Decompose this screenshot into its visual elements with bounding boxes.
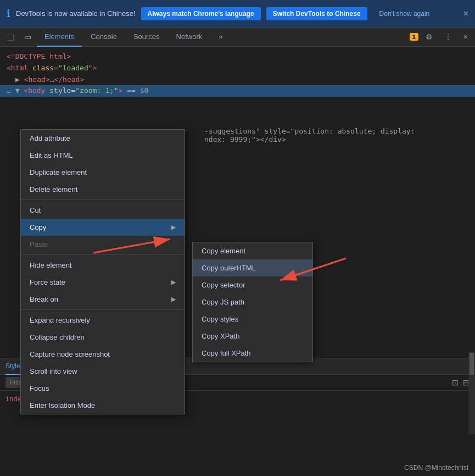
dots-icon: … <box>7 86 15 95</box>
more-options-icon[interactable]: ⋮ <box>440 30 456 43</box>
code-line-3: ▶ <head>…</head> <box>7 74 468 86</box>
menu-duplicate-element[interactable]: Duplicate element <box>21 164 185 181</box>
submenu-copy-full-xpath[interactable]: Copy full XPath <box>193 345 312 362</box>
menu-break-on[interactable]: Break on ▶ <box>21 291 185 308</box>
style-val: "zoom: 1;" <box>75 86 118 95</box>
menu-add-attribute[interactable]: Add attribute <box>21 130 185 147</box>
tab-more[interactable]: » <box>211 27 230 47</box>
tab-bar-right: 1 ⚙ ⋮ × <box>410 30 472 43</box>
menu-collapse-children[interactable]: Collapse children <box>21 329 185 346</box>
tab-sources[interactable]: Sources <box>126 27 167 47</box>
dont-show-button[interactable]: Don't show again <box>373 7 437 20</box>
close-devtools-icon[interactable]: × <box>459 30 472 43</box>
tab-elements[interactable]: Elements <box>37 27 82 47</box>
switch-chinese-button[interactable]: Switch DevTools to Chinese <box>266 7 367 20</box>
separator-3 <box>21 309 185 310</box>
copy-submenu: Copy element Copy outerHTML Copy selecto… <box>192 242 313 362</box>
menu-copy[interactable]: Copy ▶ <box>21 219 185 236</box>
body-tag: <body <box>24 86 49 95</box>
class-val: "loaded" <box>58 64 93 72</box>
style-attr: style= <box>49 86 75 95</box>
code-line-4-selected[interactable]: … ▼ <body style="zoom: 1;"> == $0 <box>0 85 475 97</box>
triangle-down-icon: ▼ <box>15 86 20 95</box>
tab-console[interactable]: Console <box>83 27 125 47</box>
tab-bar: ⬚ ▭ Elements Console Sources Network » 1… <box>0 27 475 47</box>
code-area: <!DOCTYPE html> <html class="loaded"> ▶ … <box>0 47 475 104</box>
submenu-copy-js-path[interactable]: Copy JS path <box>193 294 312 311</box>
code-line-2: <html class="loaded"> <box>7 63 468 74</box>
close-infobar-icon[interactable]: × <box>463 9 468 19</box>
submenu-copy-selector[interactable]: Copy selector <box>193 276 312 294</box>
menu-expand-recursively[interactable]: Expand recursively <box>21 312 185 329</box>
submenu-copy-xpath[interactable]: Copy XPath <box>193 328 312 345</box>
watermark: CSDN @Mindtechnist <box>404 464 468 472</box>
menu-enter-isolation[interactable]: Enter Isolation Mode <box>21 397 185 414</box>
break-on-arrow-icon: ▶ <box>171 296 176 303</box>
tab-bar-left: ⬚ ▭ Elements Console Sources Network » <box>3 27 231 47</box>
settings-icon[interactable]: ⚙ <box>421 30 437 43</box>
menu-force-state[interactable]: Force state ▶ <box>21 274 185 291</box>
head-close: </head> <box>54 75 84 84</box>
scroll-thumb[interactable] <box>470 353 474 375</box>
menu-hide-element[interactable]: Hide element <box>21 257 185 274</box>
doctype-tag: <!DOCTYPE html> <box>7 52 71 60</box>
context-menu: Add attribute Edit as HTML Duplicate ele… <box>20 129 185 414</box>
cursor-icon[interactable]: ⬚ <box>3 30 19 43</box>
device-icon[interactable]: ▭ <box>20 30 36 43</box>
match-language-button[interactable]: Always match Chrome's language <box>141 7 261 20</box>
info-icon: ℹ <box>7 8 10 20</box>
triangle-icon: ▶ <box>15 75 20 84</box>
menu-capture-screenshot[interactable]: Capture node screenshot <box>21 346 185 363</box>
body-close: > <box>119 86 123 95</box>
submenu-copy-element[interactable]: Copy element <box>193 242 312 259</box>
info-bar: ℹ DevTools is now available in Chinese! … <box>0 0 475 27</box>
menu-focus[interactable]: Focus <box>21 380 185 397</box>
code-right: -suggestions" style="position: absolute;… <box>198 124 475 147</box>
code-line-1: <!DOCTYPE html> <box>7 51 468 63</box>
submenu-copy-outerhtml[interactable]: Copy outerHTML <box>193 259 312 276</box>
warning-badge: 1 <box>410 33 418 41</box>
menu-delete-element[interactable]: Delete element <box>21 181 185 198</box>
submenu-copy-styles[interactable]: Copy styles <box>193 311 312 328</box>
separator-1 <box>21 200 185 200</box>
code-right-line1: -suggestions" style="position: absolute;… <box>204 127 468 135</box>
dom-ref: == $0 <box>127 86 148 95</box>
menu-cut[interactable]: Cut <box>21 202 185 219</box>
menu-paste: Paste <box>21 236 185 253</box>
menu-scroll-into-view[interactable]: Scroll into view <box>21 363 185 380</box>
info-message: DevTools is now available in Chinese! <box>16 9 136 18</box>
head-tag: <head> <box>24 75 50 84</box>
copy-arrow-icon: ▶ <box>171 224 176 231</box>
scroll-indicator[interactable] <box>468 352 475 434</box>
tab-network[interactable]: Network <box>169 27 210 47</box>
html-tag: <html <box>7 64 32 72</box>
icon-copy-icon[interactable]: ⊡ <box>452 378 459 387</box>
menu-edit-html[interactable]: Edit as HTML <box>21 147 185 164</box>
separator-2 <box>21 254 185 255</box>
html-close: > <box>93 64 97 72</box>
force-state-arrow-icon: ▶ <box>171 279 176 286</box>
code-right-line2: ndex: 9999;"></div> <box>204 135 468 143</box>
class-attr: class= <box>32 64 58 72</box>
